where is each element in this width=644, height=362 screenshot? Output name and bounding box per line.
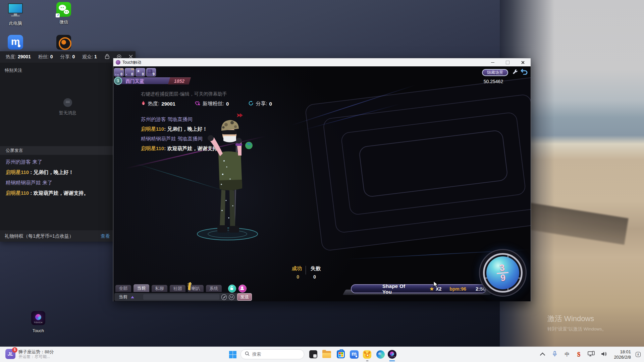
undo-icon[interactable] [521, 68, 528, 76]
channel-arrow-icon [131, 296, 134, 298]
gift-icon [148, 69, 152, 73]
taskbar-icon-desktop-app[interactable] [309, 350, 318, 359]
round-total: 9 [497, 273, 509, 283]
unlock-icon[interactable] [228, 285, 236, 293]
heat-stat: 热度:29001 [6, 54, 31, 60]
clock-time: 18:01 [614, 349, 631, 355]
cast-icon[interactable] [588, 351, 595, 358]
running-indicator [366, 360, 368, 361]
taskbar-icon-ms-store[interactable] [336, 350, 345, 359]
shortcut-arrow-icon: ↗ [56, 13, 60, 17]
search-icon [245, 351, 250, 357]
wechat-icon: ↗ [56, 2, 71, 17]
gift-badge[interactable]: 9 [146, 68, 156, 76]
wrench-icon[interactable] [512, 68, 519, 76]
window-title: Touch触动 [122, 60, 141, 65]
song-info-bar: Shape Of You ★ X2 bpm:96 2:50 [348, 284, 489, 296]
tab-system[interactable]: 系统 [206, 285, 222, 292]
fail-label: 失败 [311, 265, 321, 272]
taskbar-search[interactable]: 搜索 [240, 349, 304, 359]
touch-app-icon: TOUCH [31, 311, 46, 326]
maximize-button[interactable] [500, 59, 515, 66]
fail-value: 0 [313, 274, 316, 280]
desktop-icon-wechat[interactable]: ↗ 微信 [48, 2, 79, 25]
microphone-icon[interactable] [552, 351, 557, 358]
success-label: 成功 [292, 265, 302, 272]
tab-current[interactable]: 当前 [133, 284, 149, 292]
taskbar-icon-file-explorer[interactable] [322, 350, 331, 359]
tab-all[interactable]: 全部 [115, 285, 131, 292]
round-current: 3 [496, 263, 509, 274]
tray-chevron-icon[interactable] [541, 352, 544, 357]
desktop-icon-recorder[interactable] [48, 35, 79, 50]
clock-date: 2026/2/8 [614, 355, 631, 360]
tab-private[interactable]: 私聊 [152, 285, 167, 292]
flame-icon [141, 100, 146, 107]
mouse-cursor [433, 281, 440, 290]
touch-game-window: Touch触动 X2 Exp 0 X2 ¥ 0 [113, 58, 531, 301]
star-icon: ★ [137, 69, 140, 73]
chat-input-bar: 当前 发送 [114, 293, 252, 301]
hide-scene-button[interactable]: 隐藏场景 [482, 69, 508, 76]
desktop-icon-this-pc[interactable]: 此电脑 [0, 3, 31, 26]
send-button[interactable]: 发送 [237, 293, 252, 301]
star-badge[interactable]: ★ 0 [136, 68, 145, 76]
start-button[interactable] [229, 351, 237, 359]
desktop-icon-label: Touch [23, 328, 54, 333]
round-counter: 3 9 [479, 249, 527, 297]
view-link[interactable]: 查看 [101, 230, 110, 242]
counter-sphere: 3 9 [486, 256, 519, 289]
minimize-button[interactable] [485, 59, 500, 66]
player-name: 西门又蓝 [120, 77, 170, 84]
widget-headline: 狮子座运势：88分 [18, 349, 54, 354]
taskbar-clock[interactable]: 18:01 2026/2/8 [614, 349, 631, 360]
desktop-icon-touch[interactable]: TOUCH Touch [23, 311, 54, 333]
widget-subline: 开运签：尽可能... [18, 354, 54, 359]
rank-circle: 1 [114, 77, 122, 85]
chat-input-field[interactable] [143, 294, 219, 300]
sogou-icon[interactable]: S [577, 351, 580, 358]
capture-hint: 右键进程捕捉图层-编辑，可关闭弹幕助手 [141, 91, 227, 97]
chat-tab-bar: 全部 当前 私聊 社团 喇叭 系统 [115, 285, 247, 293]
tab-guild[interactable]: 社团 [170, 285, 185, 292]
song-bpm: bpm:96 [449, 286, 466, 292]
chat-message: 启明星110 : 欢迎葫芦娃，谢谢支持。 [6, 190, 113, 196]
notification-badge: 5 [12, 347, 17, 353]
ime-indicator[interactable]: 中 [565, 351, 570, 358]
desktop-icon-label: 此电脑 [0, 20, 31, 26]
coin-badge[interactable]: X2 ¥ 0 [125, 68, 135, 76]
public-chat-list: 苏州的游客 来了 启明星110 : 兄弟们，晚上好！ 精钢精钢葫芦娃 来了 启明… [6, 159, 113, 200]
exp-badge[interactable]: X2 Exp 0 [114, 68, 124, 76]
share-stat: 分享:0 [60, 54, 75, 60]
song-title: Shape Of You [382, 283, 408, 295]
close-button[interactable] [515, 59, 530, 66]
window-titlebar[interactable]: Touch触动 [113, 58, 531, 66]
this-pc-icon [8, 3, 23, 19]
taskbar-icon-m-app[interactable]: m [350, 350, 359, 359]
lock-icon[interactable] [105, 54, 109, 59]
taskbar-icon-huya[interactable] [363, 350, 372, 359]
chat-message: 精钢精钢葫芦娃 来了 [6, 179, 113, 186]
taskbar-icon-edge[interactable] [376, 350, 385, 359]
horn-icon [186, 282, 193, 292]
widget-app-icon: JL 5 [5, 349, 15, 359]
emoji-icon[interactable] [229, 294, 234, 300]
recorder-icon [56, 35, 71, 50]
stage-backdrop [305, 76, 531, 251]
active-indicator [389, 360, 395, 361]
chat-message: 苏州的游客 来了 [6, 159, 113, 165]
channel-selector[interactable]: 当前 [114, 294, 143, 300]
notification-icon[interactable]: z [636, 352, 641, 357]
coordinate-readout: 50.25462 [482, 79, 504, 84]
taskbar-icon-touch[interactable]: TOUCH [387, 350, 396, 359]
player-plate[interactable]: 1 西门又蓝 1852 [114, 77, 190, 84]
player-character [186, 100, 274, 245]
no-message-icon [63, 98, 72, 107]
desktop-icon-m-app[interactable]: m [0, 35, 31, 50]
member-icon[interactable] [238, 285, 247, 293]
widgets-button[interactable]: JL 5 狮子座运势：88分 开运签：尽可能... [5, 349, 54, 359]
pen-icon[interactable] [221, 294, 227, 300]
speaker-icon[interactable] [601, 351, 607, 358]
desktop-icon-label: 微信 [48, 19, 79, 25]
game-viewport: X2 Exp 0 X2 ¥ 0 ★ 0 9 1 西门又蓝 1852 [113, 66, 531, 301]
